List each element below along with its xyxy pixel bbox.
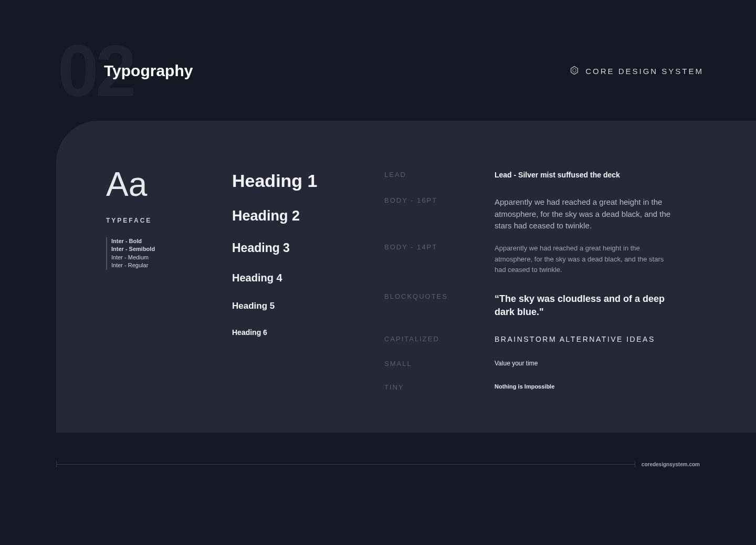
example-small-wrap: Value your time xyxy=(495,360,673,383)
brand-label: CORE DESIGN SYSTEM xyxy=(585,67,704,76)
example-tiny-wrap: Nothing is Impossible xyxy=(495,383,673,396)
example-body-14: Apparently we had reached a great height… xyxy=(495,243,673,276)
page-header-left: 02 Typography xyxy=(58,42,193,100)
example-body16-wrap: Apparently we had reached a great height… xyxy=(495,196,673,243)
example-capitalized: BRAINSTORM ALTERNATIVE IDEAS xyxy=(495,335,673,343)
example-lead: Lead - Silver mist suffused the deck xyxy=(495,171,673,179)
example-body-16: Apparently we had reached a great height… xyxy=(495,196,673,232)
label-capitalized: CAPITALIZED xyxy=(384,335,463,360)
hexagon-icon xyxy=(570,66,579,77)
example-tiny: Nothing is Impossible xyxy=(495,383,673,390)
example-small: Value your time xyxy=(495,360,673,367)
example-lead-wrap: Lead - Silver mist suffused the deck xyxy=(495,171,673,196)
brand: CORE DESIGN SYSTEM xyxy=(570,66,704,77)
label-blockquotes: BLOCKQUOTES xyxy=(384,292,463,335)
typeface-weights: Inter - Bold Inter - Semibold Inter - Me… xyxy=(106,237,201,270)
footer-ruler xyxy=(56,464,635,465)
heading-3: Heading 3 xyxy=(232,241,353,255)
label-small: SMALL xyxy=(384,360,463,383)
heading-1: Heading 1 xyxy=(232,171,353,191)
heading-2: Heading 2 xyxy=(232,208,353,224)
example-body14-wrap: Apparently we had reached a great height… xyxy=(495,243,673,292)
weight-regular: Inter - Regular xyxy=(111,261,201,269)
heading-5: Heading 5 xyxy=(232,301,353,311)
weight-semibold: Inter - Semibold xyxy=(111,245,201,253)
heading-6: Heading 6 xyxy=(232,328,353,337)
typeface-column: Aa TYPEFACE Inter - Bold Inter - Semibol… xyxy=(106,171,201,396)
example-capitalized-wrap: BRAINSTORM ALTERNATIVE IDEAS xyxy=(495,335,673,360)
page: 02 Typography CORE DESIGN SYSTEM Aa TYPE… xyxy=(0,0,756,545)
page-title: Typography xyxy=(104,62,193,80)
headings-column: Heading 1 Heading 2 Heading 3 Heading 4 … xyxy=(232,171,353,396)
weight-bold: Inter - Bold xyxy=(111,237,201,245)
typeface-label: TYPEFACE xyxy=(106,217,201,224)
weight-medium: Inter - Medium xyxy=(111,254,201,261)
example-blockquote-wrap: “The sky was cloudless and of a deep dar… xyxy=(495,292,673,335)
label-tiny: TINY xyxy=(384,383,463,396)
examples-column: Lead - Silver mist suffused the deck App… xyxy=(495,171,673,396)
example-blockquote: “The sky was cloudless and of a deep dar… xyxy=(495,292,673,319)
label-body-14: BODY - 14PT xyxy=(384,243,463,292)
page-header: 02 Typography CORE DESIGN SYSTEM xyxy=(58,42,704,100)
labels-column: LEAD BODY - 16PT BODY - 14PT BLOCKQUOTES… xyxy=(384,171,463,396)
typeface-specimen: Aa xyxy=(106,167,201,201)
footer: coredesignsystem.com xyxy=(56,461,700,467)
label-body-16: BODY - 16PT xyxy=(384,196,463,243)
typography-panel: Aa TYPEFACE Inter - Bold Inter - Semibol… xyxy=(56,121,756,433)
footer-domain: coredesignsystem.com xyxy=(642,462,700,467)
label-lead: LEAD xyxy=(384,171,463,196)
heading-4: Heading 4 xyxy=(232,272,353,284)
